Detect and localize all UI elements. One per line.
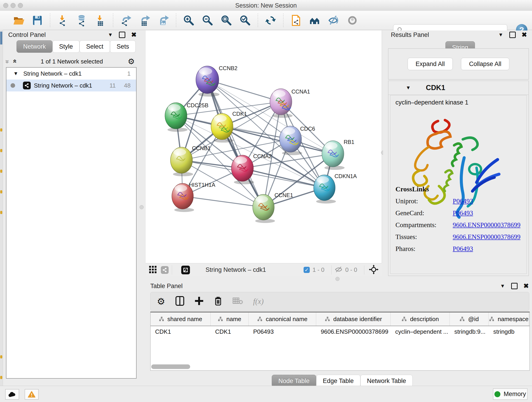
show-columns-icon[interactable] bbox=[175, 296, 184, 307]
node-CCNB2[interactable]: CCNB2 bbox=[196, 65, 237, 97]
string-home-icon[interactable] bbox=[308, 14, 321, 27]
table-settings-gear-icon[interactable]: ⚙ bbox=[157, 296, 165, 307]
table-cell[interactable]: 9606.ENSP00000378699 bbox=[316, 328, 391, 335]
expand-all-button[interactable]: Expand All bbox=[408, 58, 453, 70]
bottom-splitter-handle[interactable] bbox=[336, 277, 340, 281]
table-cell[interactable]: P06493 bbox=[249, 328, 316, 335]
table-cell[interactable]: cyclin–dependent ... bbox=[391, 328, 450, 335]
gene-description: cyclin–dependent kinase 1 bbox=[390, 95, 526, 106]
hide-selected-icon[interactable] bbox=[327, 14, 340, 27]
tab-sets[interactable]: Sets bbox=[110, 40, 136, 53]
node-CCNE1[interactable]: CCNE1 bbox=[253, 192, 293, 223]
tab-style[interactable]: Style bbox=[52, 40, 80, 53]
crosslink-link[interactable]: P06493 bbox=[453, 209, 473, 217]
collapse-panel-icon[interactable]: ▼ bbox=[108, 32, 113, 38]
network-label: String Network – cdk1 bbox=[34, 82, 109, 89]
node-table[interactable]: shared namenamecanonical namedatabase id… bbox=[150, 312, 530, 370]
collection-expander-icon[interactable]: ▼ bbox=[13, 70, 18, 77]
import-network-file-icon[interactable] bbox=[56, 14, 69, 27]
edge-CDC25B-CDC6[interactable] bbox=[176, 116, 291, 139]
network-node-count: 11 bbox=[109, 82, 116, 89]
tab-node-table[interactable]: Node Table bbox=[272, 375, 316, 387]
add-column-icon[interactable] bbox=[195, 296, 204, 306]
left-splitter-handle[interactable] bbox=[139, 205, 144, 209]
column-header-namespace[interactable]: namespace bbox=[489, 313, 529, 326]
network-tree: ▼ String Network – cdk1 1 String Network… bbox=[6, 67, 137, 379]
table-cell[interactable]: stringdb:9... bbox=[450, 328, 489, 335]
tab-select[interactable]: Select bbox=[80, 40, 110, 53]
edge-CCNB2-CCNE1[interactable] bbox=[207, 80, 264, 207]
node-CCNB1[interactable]: CCNB1 bbox=[171, 145, 210, 176]
delete-column-trash-icon[interactable] bbox=[214, 296, 222, 307]
collapse-all-button[interactable]: Collapse All bbox=[461, 58, 509, 70]
column-header-description[interactable]: description bbox=[391, 313, 450, 326]
network-share-icon[interactable] bbox=[161, 266, 169, 274]
save-session-icon[interactable] bbox=[31, 14, 44, 27]
selected-nodes-checkbox[interactable]: ✓ bbox=[304, 267, 310, 273]
column-header-database-identifier[interactable]: database identifier bbox=[316, 313, 391, 326]
table-horizontal-scrollbar[interactable] bbox=[151, 364, 190, 369]
memory-button[interactable]: Memory bbox=[493, 389, 527, 400]
table-cell[interactable]: CDK1 bbox=[151, 328, 210, 335]
zoom-fit-icon[interactable] bbox=[220, 14, 233, 27]
birdseye-grid-icon[interactable] bbox=[149, 266, 157, 274]
table-row[interactable]: CDK1CDK1P064939606.ENSP00000378699cyclin… bbox=[151, 326, 530, 337]
refresh-icon[interactable] bbox=[264, 14, 277, 27]
crosslink-link[interactable]: 9606.ENSP00000378699 bbox=[453, 233, 520, 241]
import-table-icon[interactable] bbox=[94, 14, 107, 27]
export-image-icon[interactable] bbox=[157, 14, 170, 27]
fit-selected-crosshair-icon[interactable] bbox=[369, 265, 379, 275]
warnings-button[interactable] bbox=[25, 389, 38, 400]
network-options-gear-icon[interactable]: ⚙ bbox=[128, 57, 135, 66]
gene-name: CDK1 bbox=[426, 84, 445, 92]
crosslink-link[interactable]: P06493 bbox=[453, 245, 473, 253]
network-collection-row[interactable]: ▼ String Network – cdk1 1 bbox=[6, 68, 136, 80]
close-panel-icon[interactable]: ✖ bbox=[524, 282, 529, 290]
new-network-from-file-icon[interactable] bbox=[290, 14, 302, 27]
gene-header-row[interactable]: ▼ CDK1 bbox=[388, 81, 529, 95]
node-CDKN1A[interactable]: CDKN1A bbox=[314, 173, 357, 204]
float-panel-icon[interactable] bbox=[511, 283, 518, 289]
gene-expander-icon[interactable]: ▼ bbox=[406, 85, 411, 91]
export-table-icon[interactable] bbox=[138, 14, 151, 27]
collapse-panel-icon[interactable]: ▼ bbox=[498, 32, 503, 38]
close-panel-icon[interactable]: ✖ bbox=[131, 31, 137, 38]
column-header--id[interactable]: @id bbox=[450, 313, 489, 326]
open-in-window-icon[interactable] bbox=[181, 266, 190, 274]
network-row-selected[interactable]: String Network – cdk1 11 48 bbox=[6, 80, 136, 91]
table-panel-title: Table Panel bbox=[150, 283, 183, 290]
node-CCNA1[interactable]: CCNA1 bbox=[270, 89, 310, 118]
close-panel-icon[interactable]: ✖ bbox=[522, 31, 527, 38]
node-label-RB1: RB1 bbox=[344, 139, 355, 145]
node-RB1[interactable]: RB1 bbox=[322, 139, 355, 170]
tab-edge-table[interactable]: Edge Table bbox=[316, 375, 360, 387]
table-cell[interactable]: stringdb bbox=[489, 328, 529, 335]
zoom-selected-icon[interactable] bbox=[239, 14, 252, 27]
import-network-database-icon[interactable] bbox=[75, 14, 88, 27]
export-network-icon[interactable] bbox=[119, 14, 132, 27]
table-cell[interactable]: CDK1 bbox=[210, 328, 249, 335]
status-bar: Memory bbox=[0, 386, 532, 402]
zoom-in-icon[interactable] bbox=[182, 14, 195, 27]
column-header-name[interactable]: name bbox=[210, 313, 249, 326]
crosslink-link[interactable]: P06493 bbox=[453, 197, 473, 205]
column-header-canonical-name[interactable]: canonical name bbox=[249, 313, 316, 326]
collapse-panel-icon[interactable]: ▼ bbox=[500, 283, 505, 289]
tab-network[interactable]: Network bbox=[17, 40, 52, 53]
expand-all-networks-icon[interactable]: » bbox=[10, 60, 18, 63]
edge-CCNA2-CDKN1A[interactable] bbox=[242, 168, 324, 188]
column-header-shared-name[interactable]: shared name bbox=[151, 313, 210, 326]
cloud-status-button[interactable] bbox=[5, 389, 19, 400]
crosslink-link[interactable]: 9606.ENSP00000378699 bbox=[453, 221, 520, 229]
network-canvas[interactable]: CCNB2CCNA1CDC25BCDK1CDC6RB1CCNB1CCNA2CDK… bbox=[146, 31, 382, 263]
show-hidden-icon[interactable] bbox=[346, 14, 359, 27]
memory-status-dot bbox=[494, 391, 500, 397]
edge-HIST1H1A-CCNE1[interactable] bbox=[183, 196, 264, 207]
zoom-out-icon[interactable] bbox=[201, 14, 214, 27]
float-panel-icon[interactable] bbox=[119, 32, 125, 38]
node-HIST1H1A[interactable]: HIST1H1A bbox=[172, 182, 215, 212]
open-session-icon[interactable] bbox=[12, 14, 25, 27]
tab-network-table[interactable]: Network Table bbox=[360, 375, 413, 387]
float-panel-icon[interactable] bbox=[509, 32, 516, 38]
network-graph[interactable]: CCNB2CCNA1CDC25BCDK1CDC6RB1CCNB1CCNA2CDK… bbox=[146, 31, 382, 263]
